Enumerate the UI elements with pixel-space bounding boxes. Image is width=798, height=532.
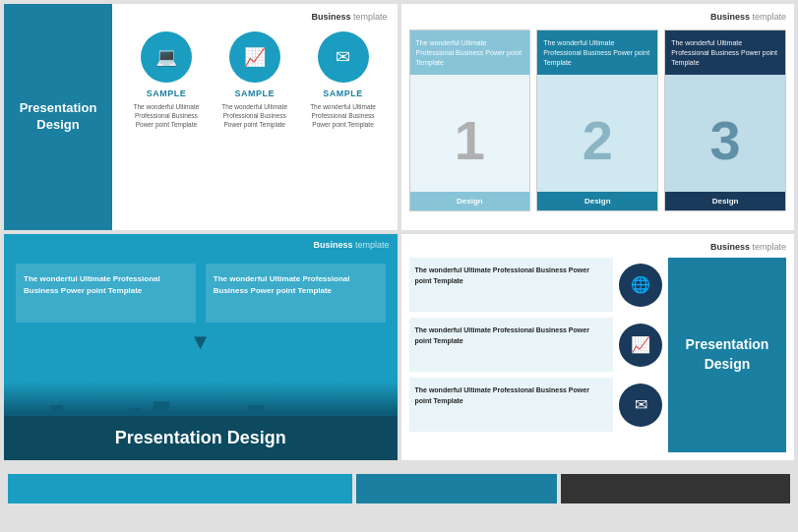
- slide4-content: The wonderful Ultimate Professional Busi…: [409, 258, 787, 452]
- circle-item-1: 💻 SAMPLE The wonderful Ultimate Professi…: [132, 31, 201, 129]
- slide1-circles: 💻 SAMPLE The wonderful Ultimate Professi…: [122, 31, 388, 129]
- col-card-1-btn: Design: [410, 192, 530, 210]
- slide4-rows: The wonderful Ultimate Professional Busi…: [409, 258, 663, 452]
- col-card-2-num: 2: [537, 75, 657, 192]
- bar-segment-2: [356, 474, 557, 503]
- bar-segment-3: [561, 474, 790, 503]
- circle-desc-3: The wonderful Ultimate Professional Busi…: [309, 102, 378, 129]
- slide2-columns: The wonderful Ultimate Professional Busi…: [409, 30, 787, 211]
- slide1-header: Business template: [122, 12, 388, 22]
- circle-item-3: ✉ SAMPLE The wonderful Ultimate Professi…: [309, 31, 378, 129]
- slide4-row-3: The wonderful Ultimate Professional Busi…: [409, 378, 663, 432]
- circle-label-3: SAMPLE: [323, 89, 363, 98]
- slide4-right-panel: Presentation Design: [668, 258, 786, 452]
- slide2-business-label: Business: [710, 12, 750, 22]
- slide3-boxes: The wonderful Ultimate Professional Busi…: [4, 259, 398, 327]
- slide3-arrow: ▼: [4, 329, 398, 355]
- col-card-3-num: 3: [665, 75, 785, 192]
- slide4-header: Business template: [409, 242, 787, 252]
- col-card-1-num: 1: [410, 75, 530, 192]
- circle-2: 📈: [229, 31, 280, 83]
- slide3-box-2: The wonderful Ultimate Professional Busi…: [206, 264, 386, 323]
- col-card-1: The wonderful Ultimate Professional Busi…: [409, 30, 531, 211]
- slide4-row-3-text: The wonderful Ultimate Professional Busi…: [409, 378, 614, 432]
- col-card-2-btn: Design: [537, 192, 657, 210]
- bar-segment-1: [8, 474, 352, 503]
- circle-desc-1: The wonderful Ultimate Professional Busi…: [132, 102, 201, 129]
- slide4-business-label: Business: [710, 242, 750, 252]
- slide3-template-label: template: [352, 240, 389, 250]
- slide3-business-label: Business: [313, 240, 352, 250]
- slide1-right-panel: Business template 💻 SAMPLE The wonderful…: [112, 4, 398, 230]
- slide4-right-title: Presentation Design: [668, 325, 786, 384]
- slide3-title-bar: Presentation Design: [4, 416, 398, 460]
- slide1-left-panel: Presentation Design: [4, 4, 112, 230]
- col-card-3-text: The wonderful Ultimate Professional Busi…: [665, 30, 785, 75]
- circle-label-2: SAMPLE: [234, 89, 275, 98]
- slide-2: Business template The wonderful Ultimate…: [401, 4, 795, 230]
- col-card-3: The wonderful Ultimate Professional Busi…: [664, 30, 786, 211]
- slide-1: Presentation Design Business template 💻 …: [4, 4, 398, 230]
- slide4-row-1: The wonderful Ultimate Professional Busi…: [409, 258, 663, 312]
- slide3-header: Business template: [4, 234, 398, 254]
- slide4-icon-2: 📈: [619, 324, 662, 367]
- slide4-icon-3: ✉: [619, 384, 662, 427]
- slide1-title: Presentation Design: [14, 100, 102, 134]
- slide4-row-2: The wonderful Ultimate Professional Busi…: [409, 318, 663, 372]
- slide1-template-label: template: [350, 12, 387, 22]
- slide1-business-label: Business: [311, 12, 350, 22]
- circle-label-1: SAMPLE: [147, 89, 187, 98]
- slide2-template-label: template: [750, 12, 786, 22]
- slide4-icon-1: 🌐: [619, 264, 662, 307]
- slide4-row-2-text: The wonderful Ultimate Professional Busi…: [409, 318, 614, 372]
- col-card-2: The wonderful Ultimate Professional Busi…: [536, 30, 658, 211]
- circle-item-2: 📈 SAMPLE The wonderful Ultimate Professi…: [220, 31, 289, 129]
- slide3-box-1: The wonderful Ultimate Professional Busi…: [16, 264, 196, 323]
- col-card-2-text: The wonderful Ultimate Professional Busi…: [537, 30, 657, 75]
- slide2-header: Business template: [409, 12, 787, 22]
- bottom-bar: [4, 464, 794, 513]
- col-card-3-btn: Design: [665, 192, 785, 210]
- col-card-1-text: The wonderful Ultimate Professional Busi…: [410, 30, 530, 75]
- slide4-template-label: template: [750, 242, 786, 252]
- slide-3: Business template The wonderful Ultimate…: [4, 234, 398, 460]
- circle-3: ✉: [318, 31, 369, 83]
- circle-1: 💻: [141, 31, 192, 83]
- slide-4: Business template The wonderful Ultimate…: [401, 234, 795, 460]
- slide4-row-1-text: The wonderful Ultimate Professional Busi…: [409, 258, 614, 312]
- circle-desc-2: The wonderful Ultimate Professional Busi…: [220, 102, 289, 129]
